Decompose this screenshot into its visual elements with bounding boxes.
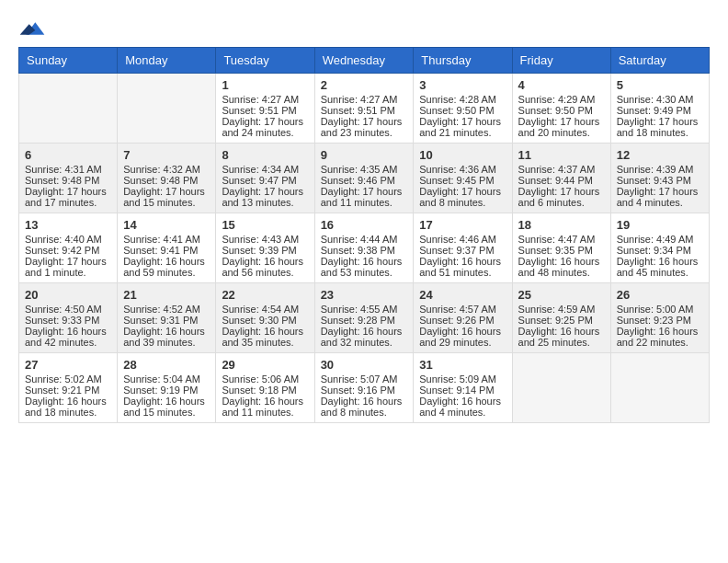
sunrise-text: Sunrise: 4:32 AM (123, 164, 210, 175)
daylight-text: Daylight: 16 hours and 32 minutes. (321, 326, 408, 348)
calendar-cell: 24Sunrise: 4:57 AMSunset: 9:26 PMDayligh… (414, 283, 512, 353)
sunrise-text: Sunrise: 4:55 AM (321, 304, 408, 315)
sunset-text: Sunset: 9:14 PM (419, 385, 506, 396)
daylight-text: Daylight: 17 hours and 6 minutes. (518, 186, 605, 208)
calendar-cell: 23Sunrise: 4:55 AMSunset: 9:28 PMDayligh… (314, 283, 414, 353)
day-number: 7 (123, 148, 210, 162)
day-number: 22 (222, 288, 308, 302)
day-number: 28 (123, 358, 210, 372)
sunset-text: Sunset: 9:45 PM (419, 175, 506, 186)
daylight-text: Daylight: 17 hours and 11 minutes. (321, 186, 408, 208)
sunset-text: Sunset: 9:44 PM (518, 175, 605, 186)
sunrise-text: Sunrise: 4:59 AM (518, 304, 605, 315)
col-header-monday: Monday (118, 48, 216, 74)
calendar-cell: 20Sunrise: 4:50 AMSunset: 9:33 PMDayligh… (19, 283, 118, 353)
daylight-text: Daylight: 17 hours and 4 minutes. (617, 186, 703, 208)
calendar-cell: 22Sunrise: 4:54 AMSunset: 9:30 PMDayligh… (216, 283, 314, 353)
sunset-text: Sunset: 9:38 PM (321, 245, 408, 256)
calendar-cell: 31Sunrise: 5:09 AMSunset: 9:14 PMDayligh… (414, 353, 512, 423)
sunset-text: Sunset: 9:41 PM (123, 245, 210, 256)
daylight-text: Daylight: 16 hours and 42 minutes. (25, 326, 111, 348)
sunset-text: Sunset: 9:43 PM (617, 175, 703, 186)
daylight-text: Daylight: 16 hours and 53 minutes. (321, 256, 408, 278)
sunset-text: Sunset: 9:23 PM (617, 315, 703, 326)
calendar-cell: 29Sunrise: 5:06 AMSunset: 9:18 PMDayligh… (216, 353, 314, 423)
sunrise-text: Sunrise: 4:43 AM (222, 234, 308, 245)
calendar-cell: 16Sunrise: 4:44 AMSunset: 9:38 PMDayligh… (314, 213, 414, 283)
sunrise-text: Sunrise: 4:27 AM (321, 94, 408, 105)
day-number: 3 (419, 78, 506, 92)
calendar-cell: 14Sunrise: 4:41 AMSunset: 9:41 PMDayligh… (118, 213, 216, 283)
sunset-text: Sunset: 9:42 PM (25, 245, 111, 256)
daylight-text: Daylight: 16 hours and 11 minutes. (222, 396, 308, 418)
calendar-cell (118, 74, 216, 144)
calendar-cell (610, 353, 709, 423)
sunset-text: Sunset: 9:18 PM (222, 385, 308, 396)
day-number: 23 (321, 288, 408, 302)
daylight-text: Daylight: 17 hours and 24 minutes. (222, 116, 308, 138)
calendar-cell: 17Sunrise: 4:46 AMSunset: 9:37 PMDayligh… (414, 213, 512, 283)
day-number: 20 (25, 288, 111, 302)
day-number: 5 (617, 78, 703, 92)
day-number: 31 (419, 358, 506, 372)
sunrise-text: Sunrise: 4:28 AM (419, 94, 506, 105)
daylight-text: Daylight: 16 hours and 15 minutes. (123, 396, 210, 418)
col-header-saturday: Saturday (610, 48, 709, 74)
sunset-text: Sunset: 9:26 PM (419, 315, 506, 326)
sunset-text: Sunset: 9:51 PM (222, 105, 308, 116)
sunrise-text: Sunrise: 4:37 AM (518, 164, 605, 175)
daylight-text: Daylight: 16 hours and 51 minutes. (419, 256, 506, 278)
day-number: 15 (222, 218, 308, 232)
logo-icon (18, 19, 46, 38)
daylight-text: Daylight: 16 hours and 45 minutes. (617, 256, 703, 278)
day-number: 18 (518, 218, 605, 232)
sunrise-text: Sunrise: 4:41 AM (123, 234, 210, 245)
day-number: 8 (222, 148, 308, 162)
day-number: 9 (321, 148, 408, 162)
page-header (18, 18, 710, 38)
sunrise-text: Sunrise: 5:07 AM (321, 373, 408, 385)
daylight-text: Daylight: 16 hours and 18 minutes. (25, 396, 111, 418)
day-number: 1 (222, 78, 308, 92)
daylight-text: Daylight: 17 hours and 21 minutes. (419, 116, 506, 138)
day-number: 14 (123, 218, 210, 232)
daylight-text: Daylight: 16 hours and 29 minutes. (419, 326, 506, 348)
daylight-text: Daylight: 17 hours and 8 minutes. (419, 186, 506, 208)
daylight-text: Daylight: 16 hours and 59 minutes. (123, 256, 210, 278)
calendar-cell: 7Sunrise: 4:32 AMSunset: 9:48 PMDaylight… (118, 144, 216, 213)
sunrise-text: Sunrise: 5:02 AM (25, 373, 111, 385)
sunset-text: Sunset: 9:35 PM (518, 245, 605, 256)
daylight-text: Daylight: 17 hours and 18 minutes. (617, 116, 703, 138)
sunrise-text: Sunrise: 4:31 AM (25, 164, 111, 175)
sunrise-text: Sunrise: 4:35 AM (321, 164, 408, 175)
calendar-week-2: 6Sunrise: 4:31 AMSunset: 9:48 PMDaylight… (19, 144, 710, 213)
calendar-cell (512, 353, 610, 423)
day-number: 10 (419, 148, 506, 162)
day-number: 4 (518, 78, 605, 92)
sunset-text: Sunset: 9:28 PM (321, 315, 408, 326)
sunrise-text: Sunrise: 4:52 AM (123, 304, 210, 315)
sunrise-text: Sunrise: 4:40 AM (25, 234, 111, 245)
daylight-text: Daylight: 17 hours and 1 minute. (25, 256, 111, 278)
day-number: 16 (321, 218, 408, 232)
calendar-cell: 28Sunrise: 5:04 AMSunset: 9:19 PMDayligh… (118, 353, 216, 423)
day-number: 24 (419, 288, 506, 302)
calendar-week-3: 13Sunrise: 4:40 AMSunset: 9:42 PMDayligh… (19, 213, 710, 283)
sunset-text: Sunset: 9:50 PM (419, 105, 506, 116)
calendar-cell (19, 74, 118, 144)
col-header-tuesday: Tuesday (216, 48, 314, 74)
day-number: 19 (617, 218, 703, 232)
calendar-header-row: SundayMondayTuesdayWednesdayThursdayFrid… (19, 48, 710, 74)
sunrise-text: Sunrise: 4:34 AM (222, 164, 308, 175)
logo (18, 18, 48, 38)
col-header-sunday: Sunday (19, 48, 118, 74)
day-number: 17 (419, 218, 506, 232)
calendar-cell: 21Sunrise: 4:52 AMSunset: 9:31 PMDayligh… (118, 283, 216, 353)
sunset-text: Sunset: 9:37 PM (419, 245, 506, 256)
sunset-text: Sunset: 9:25 PM (518, 315, 605, 326)
daylight-text: Daylight: 16 hours and 8 minutes. (321, 396, 408, 418)
calendar-cell: 19Sunrise: 4:49 AMSunset: 9:34 PMDayligh… (610, 213, 709, 283)
daylight-text: Daylight: 17 hours and 23 minutes. (321, 116, 408, 138)
day-number: 13 (25, 218, 111, 232)
sunrise-text: Sunrise: 4:49 AM (617, 234, 703, 245)
